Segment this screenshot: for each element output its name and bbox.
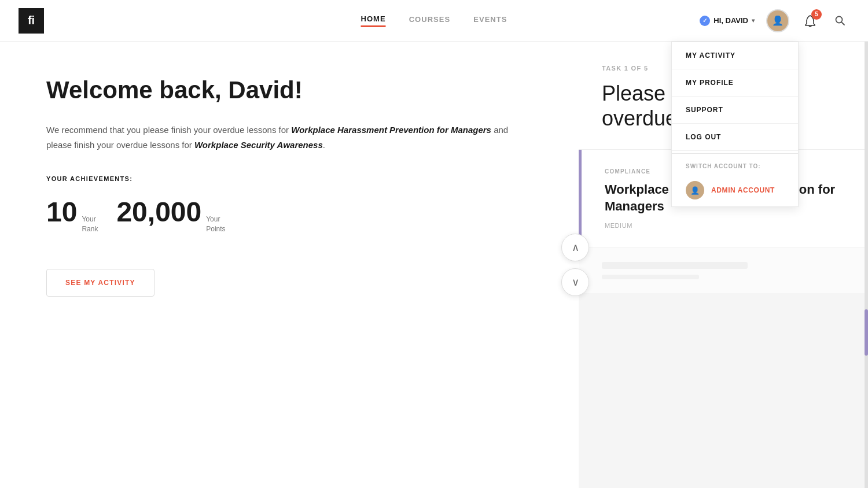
see-activity-button[interactable]: SEE MY ACTIVITY [46,269,155,297]
nav-home[interactable]: HOME [361,14,385,27]
carousel-nav: ∧ ∨ [561,234,589,296]
switch-account-label: SWITCH ACCOUNT TO: [672,156,798,174]
achievements-label: YOUR ACHIEVEMENTS: [46,175,532,182]
dropdown-support[interactable]: SUPPORT [672,97,798,124]
logo-text: fi [28,14,35,27]
avatar[interactable]: 👤 [766,9,789,32]
search-button[interactable] [831,12,849,30]
right-scrollbar[interactable] [865,42,868,488]
welcome-title: Welcome back, David! [46,76,532,104]
points-label: Your Points [206,215,225,234]
admin-account-label: ADMIN ACCOUNT [711,186,775,194]
admin-avatar: 👤 [686,181,704,199]
rank-label-line2: Rank [82,224,98,234]
desc-suffix: . [323,140,325,150]
course2-name: Workplace Security Awareness [194,140,323,150]
course-card-partial [579,247,868,293]
svg-point-0 [836,16,843,23]
points-number: 20,000 [116,196,201,228]
notification-badge: 5 [811,9,822,20]
nav-courses[interactable]: COURSES [409,15,451,26]
check-icon: ✓ [700,16,710,26]
dropdown-log-out[interactable]: LOG OUT [672,124,798,151]
main-nav: HOME COURSES EVENTS [361,14,507,27]
rank-label-line1: Your [82,215,98,224]
welcome-description: We recommend that you please finish your… [46,123,532,152]
course-difficulty: MEDIUM [605,222,845,229]
points-achievement: 20,000 Your Points [116,196,225,234]
user-dropdown-menu: MY ACTIVITY MY PROFILE SUPPORT LOG OUT S… [671,42,799,207]
logo-box: fi [19,8,44,34]
left-panel: Welcome back, David! We recommend that y… [0,42,579,488]
course1-name: Workplace Harassment Prevention for Mana… [291,125,491,135]
header-right: ✓ HI, DAVID ▾ 👤 5 [700,9,849,32]
nav-events[interactable]: EVENTS [473,15,507,26]
svg-line-1 [842,22,845,25]
rank-number: 10 [46,196,77,228]
user-menu-trigger[interactable]: ✓ HI, DAVID ▾ [700,16,755,26]
logo[interactable]: fi [19,8,44,34]
rank-achievement: 10 Your Rank [46,196,98,234]
dropdown-my-activity[interactable]: MY ACTIVITY [672,42,798,69]
dropdown-my-profile[interactable]: MY PROFILE [672,69,798,97]
achievements-row: 10 Your Rank 20,000 Your Points [46,196,532,234]
chevron-up-icon: ∧ [572,241,579,254]
notification-button[interactable]: 5 [801,12,819,30]
search-icon [835,16,845,26]
dropdown-divider [672,153,798,154]
prev-arrow-button[interactable]: ∧ [561,234,589,261]
header: fi HOME COURSES EVENTS ✓ HI, DAVID ▾ 👤 5 [0,0,868,42]
chevron-down-icon: ▾ [752,17,755,24]
rank-label: Your Rank [82,215,98,234]
desc-prefix: We recommend that you please finish your… [46,125,291,135]
switch-account-item[interactable]: 👤 ADMIN ACCOUNT [672,174,798,206]
points-label-line1: Your [206,215,225,224]
next-arrow-button[interactable]: ∨ [561,268,589,296]
scrollbar-thumb [865,309,868,356]
points-label-line2: Points [206,224,225,234]
chevron-down-icon: ∨ [572,276,579,289]
user-greeting: HI, DAVID [713,16,748,25]
